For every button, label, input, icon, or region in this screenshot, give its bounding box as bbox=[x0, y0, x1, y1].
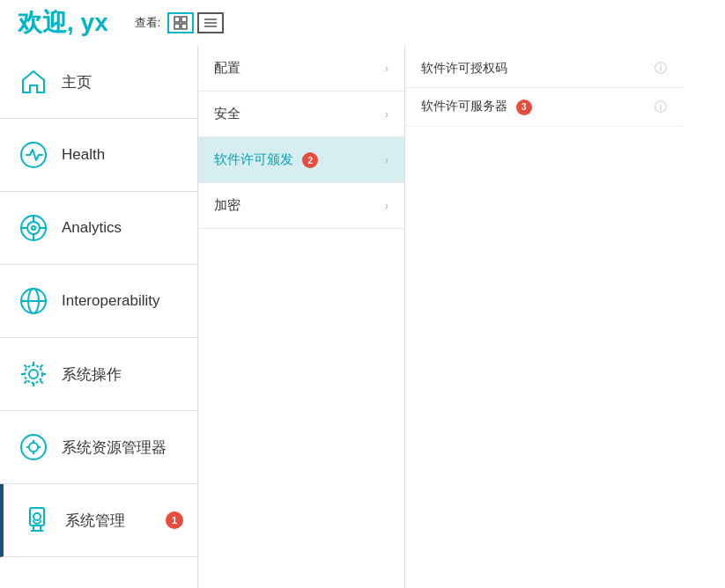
system-admin-badge: 1 bbox=[166, 511, 183, 529]
svg-rect-0 bbox=[174, 17, 180, 22]
sidebar: 主页 Health bbox=[0, 46, 198, 588]
menu-l2-license-server-label: 软件许可服务器 3 bbox=[421, 99, 532, 115]
svg-point-21 bbox=[29, 443, 38, 452]
svg-point-20 bbox=[21, 435, 46, 459]
sidebar-item-system-admin[interactable]: 系统管理 1 bbox=[0, 484, 197, 557]
home-icon bbox=[18, 66, 49, 98]
analytics-icon bbox=[18, 212, 49, 244]
menu-l1-security[interactable]: 安全 › bbox=[198, 92, 404, 137]
page-title: 欢迎, yx bbox=[18, 6, 108, 40]
menu-l1-encryption-label: 加密 bbox=[214, 197, 240, 214]
sidebar-label-system-admin: 系统管理 bbox=[65, 511, 125, 531]
interoperability-icon bbox=[18, 285, 49, 317]
grid-view-button[interactable] bbox=[167, 12, 194, 33]
chevron-right-icon: › bbox=[385, 154, 388, 166]
menu-l2-license-server[interactable]: 软件许可服务器 3 ⓘ bbox=[405, 88, 683, 127]
svg-point-18 bbox=[29, 370, 38, 379]
license-server-badge: 3 bbox=[516, 99, 532, 115]
menu-l2-license-auth[interactable]: 软件许可授权码 ⓘ bbox=[405, 49, 683, 88]
sidebar-label-home: 主页 bbox=[62, 72, 92, 92]
info-icon[interactable]: ⓘ bbox=[655, 61, 667, 77]
resource-manager-icon bbox=[18, 431, 49, 463]
sidebar-label-analytics: Analytics bbox=[62, 219, 122, 237]
chevron-right-icon: › bbox=[385, 200, 388, 212]
menu-l1-software-license-label: 软件许可颁发 2 bbox=[214, 151, 318, 169]
software-license-badge: 2 bbox=[302, 152, 318, 168]
sidebar-label-interoperability: Interoperability bbox=[62, 292, 160, 310]
chevron-right-icon: › bbox=[385, 62, 388, 75]
sidebar-item-health[interactable]: Health bbox=[0, 119, 197, 192]
svg-rect-1 bbox=[181, 17, 187, 22]
view-label: 查看: bbox=[135, 15, 161, 31]
menu-level2: 软件许可授权码 ⓘ 软件许可服务器 3 ⓘ bbox=[405, 46, 683, 588]
health-icon bbox=[18, 139, 49, 171]
menu-level1: 配置 › 安全 › 软件许可颁发 2 › 加密 › bbox=[198, 46, 405, 588]
svg-point-9 bbox=[27, 222, 40, 234]
menu-l1-security-label: 安全 bbox=[214, 106, 240, 122]
info-icon[interactable]: ⓘ bbox=[655, 99, 667, 115]
menu-l1-software-license[interactable]: 软件许可颁发 2 › bbox=[198, 137, 404, 183]
sidebar-label-system-ops: 系统操作 bbox=[62, 364, 122, 385]
svg-point-19 bbox=[25, 365, 42, 383]
menu-l1-encryption[interactable]: 加密 › bbox=[198, 183, 404, 229]
sidebar-label-health: Health bbox=[62, 146, 105, 164]
menu-l2-license-auth-label: 软件许可授权码 bbox=[421, 61, 507, 77]
header: 欢迎, yx 查看: bbox=[0, 0, 725, 46]
view-toggle bbox=[167, 12, 224, 33]
chevron-right-icon: › bbox=[385, 108, 388, 121]
list-view-button[interactable] bbox=[197, 12, 224, 33]
svg-rect-2 bbox=[174, 24, 180, 29]
sidebar-label-resource-manager: 系统资源管理器 bbox=[62, 437, 166, 458]
main-layout: 主页 Health bbox=[0, 46, 725, 588]
sidebar-item-interoperability[interactable]: Interoperability bbox=[0, 265, 197, 338]
dropdown-container: 配置 › 安全 › 软件许可颁发 2 › 加密 › 软件许 bbox=[198, 46, 725, 588]
svg-point-27 bbox=[33, 513, 41, 520]
sidebar-item-home[interactable]: 主页 bbox=[0, 46, 197, 119]
sidebar-item-resource-manager[interactable]: 系统资源管理器 bbox=[0, 411, 197, 484]
svg-rect-3 bbox=[181, 24, 187, 29]
system-ops-icon bbox=[18, 358, 49, 390]
svg-point-10 bbox=[32, 226, 35, 230]
system-admin-icon bbox=[21, 504, 53, 536]
menu-l1-config-label: 配置 bbox=[214, 60, 240, 77]
sidebar-item-analytics[interactable]: Analytics bbox=[0, 192, 197, 265]
menu-l1-config[interactable]: 配置 › bbox=[198, 46, 404, 92]
sidebar-item-system-ops[interactable]: 系统操作 bbox=[0, 338, 197, 411]
